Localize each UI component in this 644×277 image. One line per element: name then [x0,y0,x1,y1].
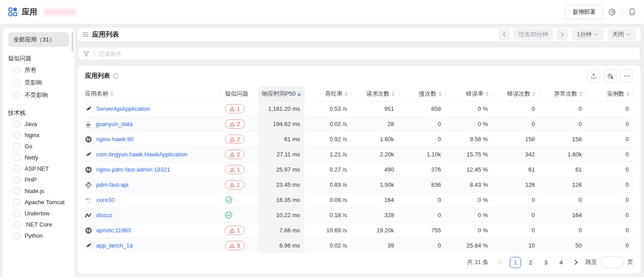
checkbox-icon[interactable] [13,188,20,194]
new-deploy-button[interactable]: 新增部署 [565,5,603,19]
warning-badge[interactable]: 1 [225,165,245,174]
app-name-link[interactable]: app_lanch_1a [96,242,133,249]
column-header-exceptions[interactable]: 异常次数 [539,86,586,101]
time-next-button[interactable] [557,29,568,40]
warning-badge[interactable]: 2 [225,134,245,144]
app-name-link[interactable]: ServerApiApplication [96,105,150,112]
page-button-3[interactable]: 3 [540,257,551,268]
sidebar-item-go[interactable]: Go [8,141,69,152]
error_rate-cell: 0 % [445,197,492,203]
jump-page-input[interactable] [601,256,623,268]
table-row: pdm-fast-api123.45 ms0.83 /s1.50k8368.43… [85,177,633,192]
checkbox-icon[interactable] [13,199,20,206]
sidebar-item-undertow[interactable]: Undertow [8,208,69,219]
sidebar-item-apache-tomcat[interactable]: Apache Tomcat [8,197,69,208]
warning-badge[interactable]: 1 [225,104,245,113]
checkbox-icon[interactable] [13,232,20,239]
column-header-errors[interactable]: 错误次数 [492,86,539,101]
time-range-button[interactable]: 过去30分钟 [513,29,553,40]
app-name-link[interactable]: discuz [96,212,113,218]
sort-icon[interactable] [579,92,583,96]
app-name-link[interactable]: core30 [97,197,114,203]
checkbox-icon[interactable] [13,143,20,150]
info-icon[interactable] [113,73,119,79]
next-page-icon[interactable] [571,257,581,268]
sort-icon[interactable] [110,92,114,96]
export-icon[interactable] [587,70,600,83]
column-header-p50[interactable]: 响应时间P50 [258,86,305,101]
filter-input[interactable] [98,50,635,57]
sidebar-item-node-js[interactable]: Node.js [8,185,69,197]
column-header-instances[interactable]: 实例数 [586,86,633,101]
sort-icon[interactable] [626,92,630,96]
radio-icon[interactable] [13,67,20,74]
sidebar-item-php[interactable]: PHP [8,174,69,185]
errors-cell: 342 [492,151,539,158]
time-prev-button[interactable] [498,29,510,40]
warning-triangle-icon [229,152,235,157]
refresh-dropdown[interactable]: 关闭 [607,29,636,40]
checkbox-icon[interactable] [13,221,20,228]
column-header-slow[interactable]: 慢次数 [398,86,445,101]
column-header-error_rate[interactable]: 错误率 [445,86,492,101]
throughput-cell: 1.21 /s [305,151,352,158]
table-row: com.tingyun.hawk.HawkApplication227.11 m… [85,147,633,162]
sidebar-item-受影响[interactable]: 受影响 [8,76,69,89]
more-actions-icon[interactable] [620,70,633,83]
column-label: 异常次数 [554,90,577,98]
checkbox-icon[interactable] [13,154,20,161]
sidebar-item--net-core[interactable]: .NET Core [8,219,69,230]
sidebar-item-netty[interactable]: Netty [8,152,69,163]
column-settings-icon[interactable] [604,70,617,83]
app-name-link[interactable]: apmdc:11860 [96,227,131,234]
sidebar-item-asp-net[interactable]: ASP.NET [8,163,69,174]
page-button-1[interactable]: 1 [510,257,521,268]
sidebar-scrollbar[interactable] [72,31,73,52]
checkbox-icon[interactable] [13,121,20,127]
sort-icon[interactable] [438,92,442,96]
sort-icon[interactable] [532,92,536,96]
sort-icon[interactable] [297,92,301,96]
column-header-requests[interactable]: 请求次数 [352,86,398,101]
tablet-doc-icon[interactable] [628,8,636,16]
radio-icon[interactable] [13,92,20,99]
gear-icon[interactable] [609,8,616,16]
app-name-link[interactable]: pdm-fast-api [96,181,128,188]
redacted-label [43,8,76,16]
interval-dropdown[interactable]: 1分钟 [572,29,604,40]
app-name-link[interactable]: guanyun_data [96,121,132,127]
checkbox-icon[interactable] [13,176,20,183]
checkbox-icon[interactable] [13,165,20,172]
sort-icon[interactable] [391,92,395,96]
sort-icon[interactable] [344,92,348,96]
page-button-2[interactable]: 2 [525,257,536,268]
warning-badge[interactable]: 2 [225,119,245,129]
sidebar-item-java[interactable]: Java [8,118,69,130]
warning-badge[interactable]: 3 [225,241,245,250]
sidebar-item-不受影响[interactable]: 不受影响 [8,89,69,101]
hawk-icon [85,151,92,158]
filter-bar [78,47,640,60]
p50-cell: 23.45 ms [258,177,305,192]
radio-icon[interactable] [13,80,20,86]
page-button-4[interactable]: 4 [555,257,567,268]
app-name-link[interactable]: nginx-pdm-fast-admin:18321 [96,166,170,173]
sidebar-item-label: 所有 [25,66,36,74]
app-name-link[interactable]: com.tingyun.hawk.HawkApplication [96,151,187,158]
sort-icon[interactable] [485,92,489,96]
prev-page-icon[interactable] [495,257,506,268]
app-name-link[interactable]: nginx-hawk:80 [96,136,134,143]
warning-badge[interactable]: 2 [225,150,245,159]
column-header-name[interactable]: 应用名称 [85,86,220,101]
all-apps-button[interactable]: 全部应用（31） [8,32,69,47]
column-header-throughput[interactable]: 吞吐率 [305,86,352,101]
sidebar-item-所有[interactable]: 所有 [8,64,69,76]
sidebar-item-python[interactable]: Python [8,230,69,241]
checkbox-icon[interactable] [13,210,20,217]
warning-badge[interactable]: 1 [225,226,245,235]
sidebar-item-nginx[interactable]: Nginx [8,130,69,141]
exceptions-cell: 158 [539,136,586,143]
errors-cell: 0 [492,197,539,203]
checkbox-icon[interactable] [13,132,20,138]
warning-badge[interactable]: 1 [225,180,245,189]
